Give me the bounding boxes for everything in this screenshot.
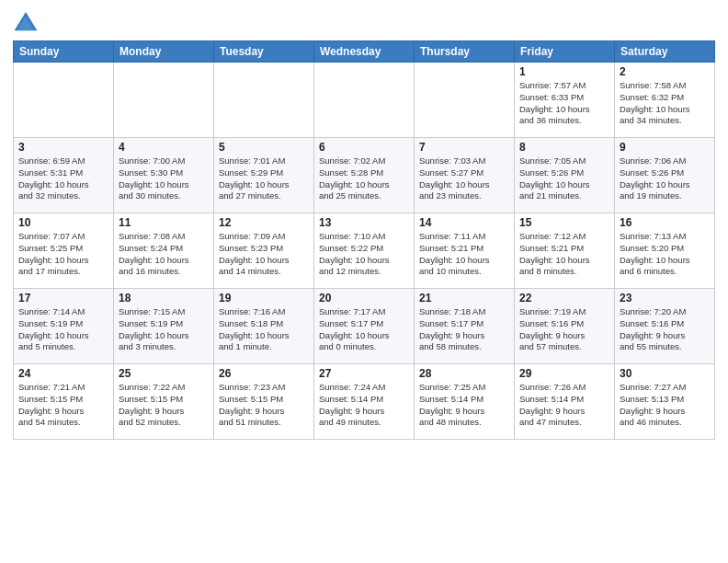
cell-info: Sunrise: 7:24 AM Sunset: 5:14 PM Dayligh…: [319, 382, 409, 429]
cell-info: Sunrise: 7:18 AM Sunset: 5:17 PM Dayligh…: [419, 306, 509, 353]
calendar-cell: 2Sunrise: 7:58 AM Sunset: 6:32 PM Daylig…: [615, 63, 715, 138]
calendar-header-saturday: Saturday: [615, 41, 715, 63]
cell-info: Sunrise: 7:05 AM Sunset: 5:26 PM Dayligh…: [519, 155, 609, 202]
cell-info: Sunrise: 7:10 AM Sunset: 5:22 PM Dayligh…: [319, 231, 409, 278]
calendar: SundayMondayTuesdayWednesdayThursdayFrid…: [13, 40, 715, 440]
cell-info: Sunrise: 7:13 AM Sunset: 5:20 PM Dayligh…: [620, 231, 710, 278]
calendar-cell: 7Sunrise: 7:03 AM Sunset: 5:27 PM Daylig…: [415, 138, 515, 213]
calendar-cell: 8Sunrise: 7:05 AM Sunset: 5:26 PM Daylig…: [515, 138, 615, 213]
cell-info: Sunrise: 7:00 AM Sunset: 5:30 PM Dayligh…: [119, 155, 209, 202]
calendar-cell: 6Sunrise: 7:02 AM Sunset: 5:28 PM Daylig…: [314, 138, 415, 213]
day-number: 15: [519, 216, 609, 229]
day-number: 29: [519, 367, 609, 380]
cell-info: Sunrise: 7:01 AM Sunset: 5:29 PM Dayligh…: [219, 155, 309, 202]
calendar-cell: [415, 63, 515, 138]
day-number: 7: [419, 141, 509, 154]
calendar-week-2: 3Sunrise: 6:59 AM Sunset: 5:31 PM Daylig…: [14, 138, 715, 213]
calendar-header-tuesday: Tuesday: [214, 41, 314, 63]
day-number: 2: [620, 65, 710, 78]
calendar-cell: [114, 63, 214, 138]
calendar-cell: 29Sunrise: 7:26 AM Sunset: 5:14 PM Dayli…: [515, 364, 615, 440]
cell-info: Sunrise: 7:25 AM Sunset: 5:14 PM Dayligh…: [419, 382, 509, 429]
calendar-cell: 21Sunrise: 7:18 AM Sunset: 5:17 PM Dayli…: [415, 289, 515, 364]
day-number: 14: [419, 216, 509, 229]
day-number: 18: [119, 292, 209, 304]
calendar-week-4: 17Sunrise: 7:14 AM Sunset: 5:19 PM Dayli…: [14, 289, 715, 364]
calendar-header-row: SundayMondayTuesdayWednesdayThursdayFrid…: [14, 41, 715, 63]
calendar-cell: [314, 63, 415, 138]
calendar-cell: 13Sunrise: 7:10 AM Sunset: 5:22 PM Dayli…: [314, 213, 415, 289]
cell-info: Sunrise: 7:22 AM Sunset: 5:15 PM Dayligh…: [119, 382, 209, 429]
calendar-week-3: 10Sunrise: 7:07 AM Sunset: 5:25 PM Dayli…: [14, 213, 715, 289]
day-number: 25: [119, 367, 209, 380]
cell-info: Sunrise: 7:08 AM Sunset: 5:24 PM Dayligh…: [119, 231, 209, 278]
day-number: 28: [419, 367, 509, 380]
calendar-week-1: 1Sunrise: 7:57 AM Sunset: 6:33 PM Daylig…: [14, 63, 715, 138]
day-number: 30: [620, 367, 710, 380]
day-number: 17: [18, 292, 108, 304]
cell-info: Sunrise: 7:26 AM Sunset: 5:14 PM Dayligh…: [519, 382, 609, 429]
day-number: 19: [219, 292, 309, 304]
day-number: 10: [18, 216, 108, 229]
cell-info: Sunrise: 7:16 AM Sunset: 5:18 PM Dayligh…: [219, 306, 309, 353]
calendar-cell: [14, 63, 114, 138]
calendar-cell: 18Sunrise: 7:15 AM Sunset: 5:19 PM Dayli…: [114, 289, 214, 364]
day-number: 23: [620, 292, 710, 304]
calendar-cell: 12Sunrise: 7:09 AM Sunset: 5:23 PM Dayli…: [214, 213, 314, 289]
calendar-cell: 28Sunrise: 7:25 AM Sunset: 5:14 PM Dayli…: [415, 364, 515, 440]
cell-info: Sunrise: 7:19 AM Sunset: 5:16 PM Dayligh…: [519, 306, 609, 353]
day-number: 24: [18, 367, 108, 380]
cell-info: Sunrise: 7:03 AM Sunset: 5:27 PM Dayligh…: [419, 155, 509, 202]
logo: [13, 9, 42, 35]
calendar-cell: [214, 63, 314, 138]
cell-info: Sunrise: 7:11 AM Sunset: 5:21 PM Dayligh…: [419, 231, 509, 278]
day-number: 8: [519, 141, 609, 154]
day-number: 6: [319, 141, 409, 154]
day-number: 27: [319, 367, 409, 380]
day-number: 22: [519, 292, 609, 304]
calendar-cell: 26Sunrise: 7:23 AM Sunset: 5:15 PM Dayli…: [214, 364, 314, 440]
calendar-cell: 1Sunrise: 7:57 AM Sunset: 6:33 PM Daylig…: [515, 63, 615, 138]
calendar-cell: 19Sunrise: 7:16 AM Sunset: 5:18 PM Dayli…: [214, 289, 314, 364]
cell-info: Sunrise: 7:21 AM Sunset: 5:15 PM Dayligh…: [18, 382, 108, 429]
calendar-cell: 5Sunrise: 7:01 AM Sunset: 5:29 PM Daylig…: [214, 138, 314, 213]
cell-info: Sunrise: 7:14 AM Sunset: 5:19 PM Dayligh…: [18, 306, 108, 353]
calendar-cell: 23Sunrise: 7:20 AM Sunset: 5:16 PM Dayli…: [615, 289, 715, 364]
calendar-header-wednesday: Wednesday: [314, 41, 415, 63]
calendar-header-thursday: Thursday: [415, 41, 515, 63]
day-number: 20: [319, 292, 409, 304]
day-number: 3: [18, 141, 108, 154]
day-number: 9: [620, 141, 710, 154]
cell-info: Sunrise: 7:23 AM Sunset: 5:15 PM Dayligh…: [219, 382, 309, 429]
page: SundayMondayTuesdayWednesdayThursdayFrid…: [0, 0, 728, 445]
calendar-cell: 14Sunrise: 7:11 AM Sunset: 5:21 PM Dayli…: [415, 213, 515, 289]
day-number: 16: [620, 216, 710, 229]
cell-info: Sunrise: 7:09 AM Sunset: 5:23 PM Dayligh…: [219, 231, 309, 278]
day-number: 13: [319, 216, 409, 229]
day-number: 4: [119, 141, 209, 154]
calendar-cell: 10Sunrise: 7:07 AM Sunset: 5:25 PM Dayli…: [14, 213, 114, 289]
calendar-cell: 22Sunrise: 7:19 AM Sunset: 5:16 PM Dayli…: [515, 289, 615, 364]
cell-info: Sunrise: 7:12 AM Sunset: 5:21 PM Dayligh…: [519, 231, 609, 278]
day-number: 12: [219, 216, 309, 229]
calendar-cell: 30Sunrise: 7:27 AM Sunset: 5:13 PM Dayli…: [615, 364, 715, 440]
cell-info: Sunrise: 7:07 AM Sunset: 5:25 PM Dayligh…: [18, 231, 108, 278]
day-number: 26: [219, 367, 309, 380]
day-number: 1: [519, 65, 609, 78]
calendar-header-monday: Monday: [114, 41, 214, 63]
cell-info: Sunrise: 7:58 AM Sunset: 6:32 PM Dayligh…: [620, 80, 710, 127]
calendar-cell: 15Sunrise: 7:12 AM Sunset: 5:21 PM Dayli…: [515, 213, 615, 289]
cell-info: Sunrise: 7:27 AM Sunset: 5:13 PM Dayligh…: [620, 382, 710, 429]
calendar-cell: 24Sunrise: 7:21 AM Sunset: 5:15 PM Dayli…: [14, 364, 114, 440]
calendar-header-friday: Friday: [515, 41, 615, 63]
logo-icon: [13, 9, 39, 35]
calendar-cell: 17Sunrise: 7:14 AM Sunset: 5:19 PM Dayli…: [14, 289, 114, 364]
day-number: 11: [119, 216, 209, 229]
calendar-cell: 16Sunrise: 7:13 AM Sunset: 5:20 PM Dayli…: [615, 213, 715, 289]
cell-info: Sunrise: 7:02 AM Sunset: 5:28 PM Dayligh…: [319, 155, 409, 202]
calendar-cell: 9Sunrise: 7:06 AM Sunset: 5:26 PM Daylig…: [615, 138, 715, 213]
cell-info: Sunrise: 7:20 AM Sunset: 5:16 PM Dayligh…: [620, 306, 710, 353]
calendar-header-sunday: Sunday: [14, 41, 114, 63]
day-number: 5: [219, 141, 309, 154]
calendar-week-5: 24Sunrise: 7:21 AM Sunset: 5:15 PM Dayli…: [14, 364, 715, 440]
